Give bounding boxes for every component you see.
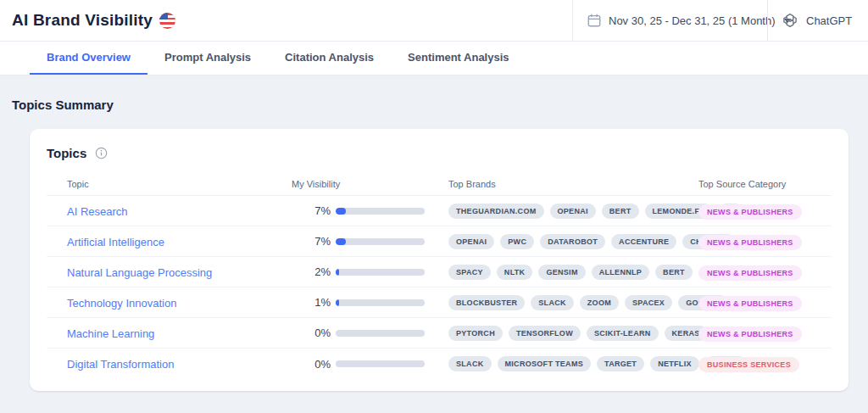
brand-chip: PWC [500,234,534,249]
model-label: ChatGPT [806,14,852,27]
table-row: Technology Innovation 1% BLOCKBUSTERSLAC… [47,287,832,318]
top-header: AI Brand Visibility Nov 30, 25 - Dec 31,… [0,0,868,42]
table-body: AI Research 7% THEGUARDIAN.COMOPENAIBERT… [30,196,849,379]
brand-chip: BERT [602,204,639,219]
brand-chip: SPACY [448,265,491,280]
brand-chip-list: SPACYNLTKGENSIMALLENNLPBERT [448,265,693,280]
topic-link[interactable]: Technology Innovation [67,297,176,310]
brand-chip: NLTK [497,265,533,280]
brand-chip: SLACK [531,295,574,310]
visibility-value: 2% [292,265,331,278]
info-icon[interactable] [95,147,108,159]
brand-chip: OPENAI [550,204,596,219]
category-badge: NEWS & PUBLISHERS [698,296,802,311]
topic-link[interactable]: AI Research [67,205,128,218]
tab-sentiment-analysis[interactable]: Sentiment Analysis [391,42,526,75]
visibility-value: 0% [292,326,331,339]
table-row: Natural Language Processing 2% SPACYNLTK… [47,257,832,287]
visibility-bar [336,269,425,276]
tab-citation-analysis[interactable]: Citation Analysis [268,42,391,75]
visibility-bar-fill [336,238,346,245]
brand-chip: SLACK [448,356,492,371]
visibility-value: 7% [292,235,331,248]
calendar-icon [587,13,602,28]
model-selector[interactable]: ChatGPT [767,0,868,41]
category-badge: BUSINESS SERVICES [698,357,799,372]
tab-bar: Brand Overview Prompt Analysis Citation … [0,42,868,75]
brand-chip: ALLENNLP [592,265,649,280]
brand-chip: NETFLIX [650,356,699,371]
visibility-bar [336,238,425,245]
section-title: Topics Summary [12,75,856,112]
brand-chip: PYTORCH [448,326,503,341]
brand-chip-list: OPENAIPWCDATAROBOTACCENTURECHATGPT [448,234,736,249]
column-header-topic: Topic [67,179,292,189]
brand-chip: SCIKIT-LEARN [587,326,659,341]
table-row: AI Research 7% THEGUARDIAN.COMOPENAIBERT… [47,196,832,226]
topics-table: Topic My Visibility Top Brands Top Sourc… [30,172,849,379]
brand-chip: BLOCKBUSTER [448,295,525,310]
column-header-visibility: My Visibility [292,179,448,189]
brand-chip: TENSORFLOW [509,326,581,341]
column-header-top-brands: Top Brands [448,179,698,189]
category-badge: NEWS & PUBLISHERS [698,235,802,250]
us-flag-icon [159,13,175,29]
visibility-bar [336,330,425,337]
card-title: Topics [47,146,86,160]
topic-link[interactable]: Natural Language Processing [67,266,212,279]
topic-link[interactable]: Artificial Intelligence [67,236,164,248]
brand-chip: TARGET [597,356,644,371]
visibility-bar-fill [336,269,339,276]
tab-prompt-analysis[interactable]: Prompt Analysis [147,42,268,75]
brand-chip: DATAROBOT [540,234,605,249]
visibility-bar [336,360,425,367]
category-badge: NEWS & PUBLISHERS [698,204,802,220]
page-title: AI Brand Visibility [12,11,153,30]
brand-chip: MICROSOFT TEAMS [498,356,592,371]
table-row: Artificial Intelligence 7% OPENAIPWCDATA… [47,226,832,257]
category-badge: NEWS & PUBLISHERS [698,326,802,342]
visibility-bar-fill [336,208,346,215]
visibility-bar [336,208,425,215]
brand-chip: BERT [655,265,693,280]
category-badge: NEWS & PUBLISHERS [698,265,802,281]
column-header-source-category: Top Source Category [698,179,832,189]
date-range-selector[interactable]: Nov 30, 25 - Dec 31, 25 (1 Month) [572,0,767,41]
brand-chip-list: BLOCKBUSTERSLACKZOOMSPACEXGOOGLE [448,295,728,310]
brand-chip: OPENAI [448,234,494,249]
topic-link[interactable]: Machine Learning [67,327,154,340]
tab-brand-overview[interactable]: Brand Overview [30,42,147,75]
brand-chip: ACCENTURE [611,234,676,249]
brand-chip-list: PYTORCHTENSORFLOWSCIKIT-LEARNKERAS [448,326,708,341]
topics-card: Topics Topic My Visibility Top Brands To… [30,129,849,391]
visibility-value: 0% [292,358,331,371]
visibility-value: 7% [292,204,331,217]
visibility-bar [336,299,425,306]
table-row: Digital Transformation 0% SLACKMICROSOFT… [47,349,832,379]
brand-chip: GENSIM [538,265,585,280]
brand-chip: SPACEX [625,295,672,310]
brand-chip: ZOOM [580,295,619,310]
table-header-row: Topic My Visibility Top Brands Top Sourc… [47,172,832,196]
brand-chip: THEGUARDIAN.COM [448,204,544,219]
date-range-label: Nov 30, 25 - Dec 31, 25 (1 Month) [609,14,776,27]
visibility-bar-fill [336,299,339,306]
chatgpt-logo-icon [782,12,798,29]
topic-link[interactable]: Digital Transformation [67,358,174,371]
table-row: Machine Learning 0% PYTORCHTENSORFLOWSCI… [47,318,832,349]
visibility-value: 1% [292,296,331,309]
